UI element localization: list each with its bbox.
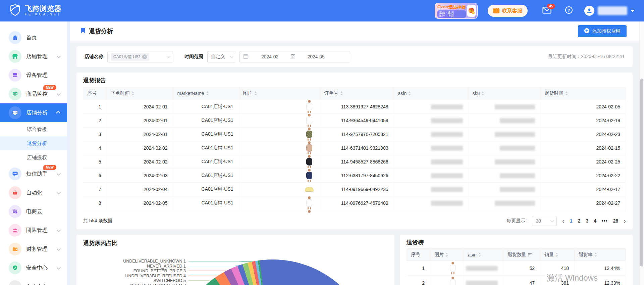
cloud-globe-icon bbox=[9, 205, 21, 218]
contact-label: 联系客服 bbox=[502, 8, 522, 14]
prev-page-button[interactable]: ‹ bbox=[562, 218, 565, 224]
sidebar-subitem-shop-authorization[interactable]: 店铺授权 bbox=[0, 150, 70, 164]
col-order-no[interactable]: 订单号 bbox=[320, 87, 394, 100]
col-market-name[interactable]: marketName bbox=[173, 87, 239, 100]
sidebar-item-finance-management[interactable]: 财务管理 bbox=[0, 240, 70, 258]
page-number-1[interactable]: 1 bbox=[570, 218, 573, 224]
sidebar-item-label: 商品监控 bbox=[26, 91, 48, 98]
sidebar-item-home[interactable]: 首页 bbox=[0, 28, 70, 47]
product-image bbox=[304, 141, 315, 155]
tag-close-icon[interactable]: ✕ bbox=[142, 54, 147, 59]
col-order-date[interactable]: 下单时间 bbox=[107, 87, 173, 100]
product-image bbox=[304, 169, 315, 182]
blurred-sku bbox=[500, 173, 535, 178]
page-ellipsis[interactable]: ••• bbox=[602, 218, 608, 224]
col-sku[interactable]: sku bbox=[468, 87, 540, 100]
page-number-4[interactable]: 4 bbox=[594, 218, 596, 224]
cell-image bbox=[239, 127, 320, 141]
blurred-sku bbox=[495, 104, 535, 109]
blurred-asin bbox=[431, 201, 463, 206]
cell-sku bbox=[468, 113, 540, 127]
brand-logo[interactable]: 飞跨浏览器 FEIKUA.NET bbox=[9, 4, 62, 18]
contact-support-button[interactable]: 联系客服 bbox=[488, 5, 528, 17]
promo-tags: 选品 · 查词 监控 · 上货 bbox=[437, 10, 466, 18]
sidebar-item-label: 店铺管理 bbox=[26, 53, 48, 60]
user-menu[interactable] bbox=[584, 6, 635, 16]
date-end-value: 2024-05 bbox=[307, 54, 324, 59]
brand-shield-icon bbox=[9, 4, 21, 18]
sidebar-item-security-center[interactable]: 安全中心 bbox=[0, 258, 70, 277]
table-row: 1 52 418 12.44% bbox=[407, 261, 626, 276]
date-separator: 至 bbox=[290, 54, 295, 60]
page-size-label: 每页显示: bbox=[506, 218, 527, 224]
date-range-input[interactable]: 2024-02 至 2024-05 bbox=[239, 51, 350, 62]
page-number-2[interactable]: 2 bbox=[578, 218, 581, 224]
product-image bbox=[448, 262, 458, 275]
mail-button[interactable]: 45 bbox=[542, 7, 551, 15]
sidebar: 首页 店铺管理 设备管理 商品监控 NEW 店铺分析 综合看板 退货分析 店铺授… bbox=[0, 21, 70, 285]
promo-banner[interactable]: Ozon选品神器 选品 · 查词 监控 · 上货 bbox=[435, 3, 478, 19]
sidebar-item-personal-center[interactable]: 个人中心 bbox=[0, 277, 70, 285]
cell-image bbox=[239, 141, 320, 155]
cell-order-no: 113-3732643-7451453 bbox=[320, 210, 394, 213]
cell-return-date: 2024-02-23 bbox=[540, 127, 626, 141]
page-size-select[interactable]: 20 bbox=[532, 216, 557, 226]
col-image[interactable]: 图片 bbox=[430, 249, 464, 261]
blurred-sku bbox=[495, 159, 535, 164]
sidebar-item-shop-analysis[interactable]: 店铺分析 bbox=[0, 103, 70, 122]
cell-asin bbox=[394, 141, 468, 155]
cell-market: CA01店铺-US1 bbox=[173, 141, 239, 155]
table-row: 2 2024-02-01 CA01店铺-US1 114-9364549-0441… bbox=[83, 113, 626, 127]
col-return-rate[interactable]: 退货率 bbox=[575, 249, 626, 261]
col-return-count[interactable]: 退货数量 bbox=[503, 249, 540, 261]
table-row: 2 47 381 12.33% bbox=[407, 276, 626, 285]
sidebar-item-ecommerce-cloud[interactable]: 电商云 bbox=[0, 202, 70, 221]
sort-icon bbox=[594, 253, 597, 257]
sidebar-item-label: 安全中心 bbox=[26, 265, 48, 272]
brand-domain: FEIKUA.NET bbox=[25, 12, 62, 16]
page-number-3[interactable]: 3 bbox=[586, 218, 588, 224]
blurred-asin bbox=[466, 281, 498, 285]
cell-return-date: 2024-02-23 bbox=[540, 210, 626, 213]
cell-return-date: 2024-02-25 bbox=[540, 155, 626, 169]
add-authorized-shop-button[interactable]: 添加授权店铺 bbox=[578, 25, 627, 37]
sort-icon bbox=[555, 253, 558, 257]
scrollbar-thumb[interactable] bbox=[640, 79, 643, 267]
time-range-select[interactable]: 自定义 bbox=[207, 51, 236, 62]
col-image[interactable]: 图片 bbox=[239, 87, 320, 100]
main-content: 店铺名称 CA01店铺-US1 ✕ 时间范围 自定义 2024-02 至 202… bbox=[70, 41, 644, 285]
team-icon bbox=[9, 224, 21, 237]
chevron-down-icon bbox=[230, 54, 233, 58]
col-sales[interactable]: 销量 bbox=[540, 249, 575, 261]
chevron-down-icon bbox=[57, 171, 61, 176]
promo-line2: 监控 · 上货 bbox=[439, 14, 464, 17]
cell-asin bbox=[464, 276, 503, 285]
chevron-down-icon bbox=[57, 54, 61, 58]
chevron-down-icon bbox=[57, 246, 61, 251]
col-asin[interactable]: asin bbox=[394, 87, 468, 100]
sidebar-subitem-return-analysis[interactable]: 退货分析 bbox=[0, 136, 70, 150]
shop-select[interactable]: CA01店铺-US1 ✕ bbox=[107, 51, 173, 62]
cell-index: 5 bbox=[83, 155, 107, 169]
help-button[interactable]: ? bbox=[565, 6, 573, 15]
chevron-down-icon bbox=[57, 91, 61, 96]
sidebar-subitem-dashboard[interactable]: 综合看板 bbox=[0, 122, 70, 136]
sidebar-item-device-management[interactable]: 设备管理 bbox=[0, 66, 70, 85]
sidebar-item-sms-assistant[interactable]: SMS 短信助手 NEW bbox=[0, 164, 70, 183]
col-return-date[interactable]: 退货时间 bbox=[540, 87, 626, 100]
sidebar-scrollbar[interactable] bbox=[67, 21, 70, 285]
brand-text: 飞跨浏览器 FEIKUA.NET bbox=[25, 5, 62, 16]
pie-label: ORDERED_WRONG_ITEM 7 bbox=[83, 283, 186, 285]
cell-order-date: 2024-02-06 bbox=[107, 210, 173, 213]
sidebar-item-product-monitor[interactable]: 商品监控 NEW bbox=[0, 85, 70, 103]
chevron-down-icon bbox=[57, 190, 61, 194]
cell-index: 1 bbox=[83, 100, 107, 113]
sidebar-item-team-management[interactable]: 团队管理 bbox=[0, 221, 70, 240]
sidebar-item-shop-management[interactable]: 店铺管理 bbox=[0, 47, 70, 66]
next-page-button[interactable]: › bbox=[624, 218, 626, 224]
cell-return-date: 2024-02-05 bbox=[540, 100, 626, 113]
sidebar-item-automation[interactable]: 自动化 bbox=[0, 183, 70, 202]
page-number-28[interactable]: 28 bbox=[613, 218, 619, 224]
col-asin[interactable]: asin bbox=[464, 249, 503, 261]
cell-sku bbox=[468, 169, 540, 182]
